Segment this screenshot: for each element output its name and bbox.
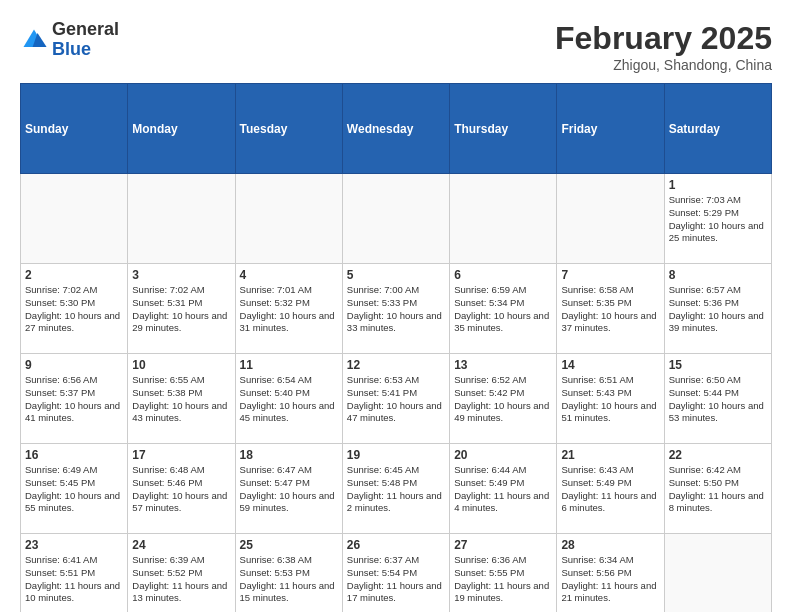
day-number: 2 — [25, 268, 123, 282]
logo: General Blue — [20, 20, 119, 60]
weekday-header-row: SundayMondayTuesdayWednesdayThursdayFrid… — [21, 84, 772, 174]
day-info: Sunrise: 7:01 AM Sunset: 5:32 PM Dayligh… — [240, 284, 338, 335]
day-info: Sunrise: 7:02 AM Sunset: 5:30 PM Dayligh… — [25, 284, 123, 335]
day-info: Sunrise: 6:53 AM Sunset: 5:41 PM Dayligh… — [347, 374, 445, 425]
day-number: 1 — [669, 178, 767, 192]
day-number: 26 — [347, 538, 445, 552]
week-row-0: 1Sunrise: 7:03 AM Sunset: 5:29 PM Daylig… — [21, 174, 772, 264]
day-info: Sunrise: 7:00 AM Sunset: 5:33 PM Dayligh… — [347, 284, 445, 335]
calendar-cell — [128, 174, 235, 264]
calendar-cell — [557, 174, 664, 264]
day-info: Sunrise: 6:49 AM Sunset: 5:45 PM Dayligh… — [25, 464, 123, 515]
day-number: 3 — [132, 268, 230, 282]
calendar-cell: 4Sunrise: 7:01 AM Sunset: 5:32 PM Daylig… — [235, 264, 342, 354]
calendar-cell: 17Sunrise: 6:48 AM Sunset: 5:46 PM Dayli… — [128, 444, 235, 534]
day-info: Sunrise: 6:37 AM Sunset: 5:54 PM Dayligh… — [347, 554, 445, 605]
day-number: 8 — [669, 268, 767, 282]
calendar-cell: 20Sunrise: 6:44 AM Sunset: 5:49 PM Dayli… — [450, 444, 557, 534]
day-info: Sunrise: 6:38 AM Sunset: 5:53 PM Dayligh… — [240, 554, 338, 605]
calendar-cell: 15Sunrise: 6:50 AM Sunset: 5:44 PM Dayli… — [664, 354, 771, 444]
calendar-cell: 22Sunrise: 6:42 AM Sunset: 5:50 PM Dayli… — [664, 444, 771, 534]
day-info: Sunrise: 6:55 AM Sunset: 5:38 PM Dayligh… — [132, 374, 230, 425]
day-number: 7 — [561, 268, 659, 282]
weekday-saturday: Saturday — [664, 84, 771, 174]
calendar-cell — [21, 174, 128, 264]
day-number: 11 — [240, 358, 338, 372]
weekday-tuesday: Tuesday — [235, 84, 342, 174]
week-row-4: 23Sunrise: 6:41 AM Sunset: 5:51 PM Dayli… — [21, 534, 772, 613]
logo-blue: Blue — [52, 40, 119, 60]
day-number: 12 — [347, 358, 445, 372]
day-number: 27 — [454, 538, 552, 552]
day-info: Sunrise: 7:02 AM Sunset: 5:31 PM Dayligh… — [132, 284, 230, 335]
calendar-subtitle: Zhigou, Shandong, China — [555, 57, 772, 73]
calendar-cell: 18Sunrise: 6:47 AM Sunset: 5:47 PM Dayli… — [235, 444, 342, 534]
day-info: Sunrise: 6:58 AM Sunset: 5:35 PM Dayligh… — [561, 284, 659, 335]
day-info: Sunrise: 6:57 AM Sunset: 5:36 PM Dayligh… — [669, 284, 767, 335]
calendar-cell: 10Sunrise: 6:55 AM Sunset: 5:38 PM Dayli… — [128, 354, 235, 444]
calendar-body: 1Sunrise: 7:03 AM Sunset: 5:29 PM Daylig… — [21, 174, 772, 613]
calendar-cell: 13Sunrise: 6:52 AM Sunset: 5:42 PM Dayli… — [450, 354, 557, 444]
calendar-cell — [450, 174, 557, 264]
day-info: Sunrise: 6:59 AM Sunset: 5:34 PM Dayligh… — [454, 284, 552, 335]
calendar-cell: 28Sunrise: 6:34 AM Sunset: 5:56 PM Dayli… — [557, 534, 664, 613]
day-number: 6 — [454, 268, 552, 282]
day-info: Sunrise: 6:44 AM Sunset: 5:49 PM Dayligh… — [454, 464, 552, 515]
calendar-cell: 23Sunrise: 6:41 AM Sunset: 5:51 PM Dayli… — [21, 534, 128, 613]
calendar-cell — [235, 174, 342, 264]
day-number: 15 — [669, 358, 767, 372]
calendar-table: SundayMondayTuesdayWednesdayThursdayFrid… — [20, 83, 772, 612]
day-info: Sunrise: 6:48 AM Sunset: 5:46 PM Dayligh… — [132, 464, 230, 515]
calendar-cell: 14Sunrise: 6:51 AM Sunset: 5:43 PM Dayli… — [557, 354, 664, 444]
weekday-sunday: Sunday — [21, 84, 128, 174]
week-row-1: 2Sunrise: 7:02 AM Sunset: 5:30 PM Daylig… — [21, 264, 772, 354]
day-number: 18 — [240, 448, 338, 462]
calendar-cell: 6Sunrise: 6:59 AM Sunset: 5:34 PM Daylig… — [450, 264, 557, 354]
day-number: 14 — [561, 358, 659, 372]
calendar-cell: 2Sunrise: 7:02 AM Sunset: 5:30 PM Daylig… — [21, 264, 128, 354]
day-info: Sunrise: 6:36 AM Sunset: 5:55 PM Dayligh… — [454, 554, 552, 605]
calendar-cell: 26Sunrise: 6:37 AM Sunset: 5:54 PM Dayli… — [342, 534, 449, 613]
day-number: 28 — [561, 538, 659, 552]
day-info: Sunrise: 6:42 AM Sunset: 5:50 PM Dayligh… — [669, 464, 767, 515]
day-number: 24 — [132, 538, 230, 552]
day-info: Sunrise: 6:47 AM Sunset: 5:47 PM Dayligh… — [240, 464, 338, 515]
day-info: Sunrise: 7:03 AM Sunset: 5:29 PM Dayligh… — [669, 194, 767, 245]
day-info: Sunrise: 6:39 AM Sunset: 5:52 PM Dayligh… — [132, 554, 230, 605]
calendar-cell: 27Sunrise: 6:36 AM Sunset: 5:55 PM Dayli… — [450, 534, 557, 613]
day-info: Sunrise: 6:56 AM Sunset: 5:37 PM Dayligh… — [25, 374, 123, 425]
calendar-cell: 11Sunrise: 6:54 AM Sunset: 5:40 PM Dayli… — [235, 354, 342, 444]
day-info: Sunrise: 6:41 AM Sunset: 5:51 PM Dayligh… — [25, 554, 123, 605]
weekday-friday: Friday — [557, 84, 664, 174]
day-info: Sunrise: 6:45 AM Sunset: 5:48 PM Dayligh… — [347, 464, 445, 515]
day-number: 13 — [454, 358, 552, 372]
day-number: 9 — [25, 358, 123, 372]
calendar-cell: 24Sunrise: 6:39 AM Sunset: 5:52 PM Dayli… — [128, 534, 235, 613]
calendar-cell: 19Sunrise: 6:45 AM Sunset: 5:48 PM Dayli… — [342, 444, 449, 534]
day-info: Sunrise: 6:51 AM Sunset: 5:43 PM Dayligh… — [561, 374, 659, 425]
calendar-cell — [664, 534, 771, 613]
calendar-title: February 2025 — [555, 20, 772, 57]
logo-text: General Blue — [52, 20, 119, 60]
calendar-cell: 12Sunrise: 6:53 AM Sunset: 5:41 PM Dayli… — [342, 354, 449, 444]
day-number: 17 — [132, 448, 230, 462]
week-row-2: 9Sunrise: 6:56 AM Sunset: 5:37 PM Daylig… — [21, 354, 772, 444]
day-info: Sunrise: 6:50 AM Sunset: 5:44 PM Dayligh… — [669, 374, 767, 425]
calendar-cell: 9Sunrise: 6:56 AM Sunset: 5:37 PM Daylig… — [21, 354, 128, 444]
day-info: Sunrise: 6:43 AM Sunset: 5:49 PM Dayligh… — [561, 464, 659, 515]
calendar-cell: 21Sunrise: 6:43 AM Sunset: 5:49 PM Dayli… — [557, 444, 664, 534]
logo-icon — [20, 26, 48, 54]
weekday-thursday: Thursday — [450, 84, 557, 174]
day-number: 4 — [240, 268, 338, 282]
calendar-cell — [342, 174, 449, 264]
weekday-monday: Monday — [128, 84, 235, 174]
calendar-cell: 3Sunrise: 7:02 AM Sunset: 5:31 PM Daylig… — [128, 264, 235, 354]
calendar-cell: 16Sunrise: 6:49 AM Sunset: 5:45 PM Dayli… — [21, 444, 128, 534]
calendar-cell: 8Sunrise: 6:57 AM Sunset: 5:36 PM Daylig… — [664, 264, 771, 354]
day-number: 21 — [561, 448, 659, 462]
calendar-cell: 7Sunrise: 6:58 AM Sunset: 5:35 PM Daylig… — [557, 264, 664, 354]
weekday-wednesday: Wednesday — [342, 84, 449, 174]
day-number: 25 — [240, 538, 338, 552]
page-header: General Blue February 2025 Zhigou, Shand… — [20, 20, 772, 73]
day-number: 10 — [132, 358, 230, 372]
